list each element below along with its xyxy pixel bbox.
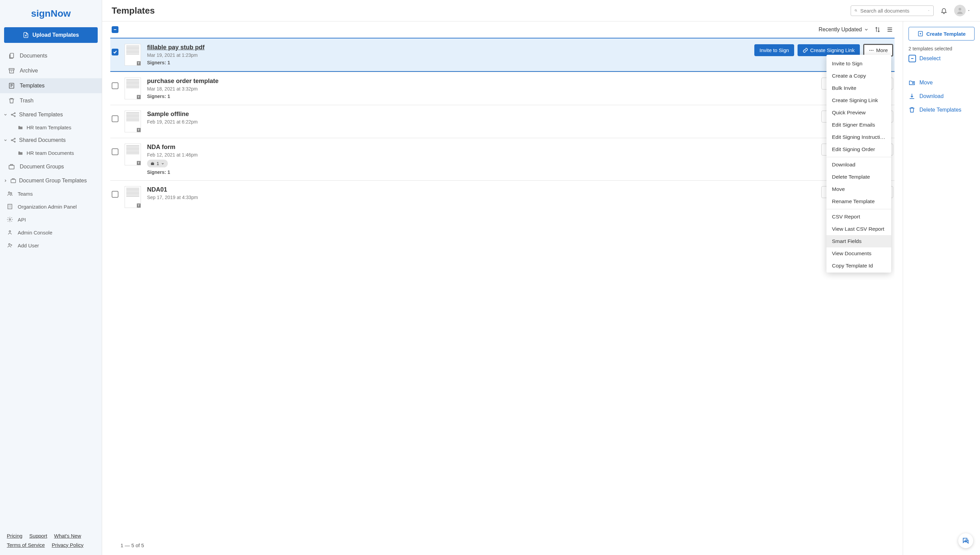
menu-item[interactable]: Rename Template <box>826 195 891 208</box>
footer-whats-new[interactable]: What's New <box>54 531 81 541</box>
document-title[interactable]: fillable pay stub pdf <box>147 44 748 51</box>
search-box[interactable] <box>851 5 934 16</box>
document-title[interactable]: NDA01 <box>147 186 815 193</box>
document-group-badge[interactable]: 1 <box>147 160 168 167</box>
more-dropdown-menu: OpenInvite to SignCreate a CopyBulk Invi… <box>826 55 891 273</box>
chat-fab[interactable] <box>958 533 973 548</box>
row-checkbox[interactable] <box>112 148 119 155</box>
svg-rect-10 <box>11 179 16 183</box>
sidebar-item-trash[interactable]: Trash <box>0 93 102 108</box>
menu-item[interactable]: View Last CSV Report <box>826 223 891 235</box>
action-label: Move <box>919 80 933 86</box>
svg-point-19 <box>869 50 871 51</box>
templates-icon <box>8 82 15 89</box>
menu-item[interactable]: Open <box>826 55 891 58</box>
row-checkbox[interactable] <box>112 82 119 89</box>
menu-item[interactable]: Download <box>826 159 891 171</box>
menu-item[interactable]: Smart Fields <box>826 235 891 247</box>
menu-item[interactable]: Salesforce Annotatio… <box>826 272 891 273</box>
sidebar-item-archive[interactable]: Archive <box>0 63 102 78</box>
footer-tos[interactable]: Terms of Service <box>7 541 45 550</box>
document-row[interactable]: TNDA01Sep 17, 2019 at 4:33pmInvite to Si… <box>110 180 895 213</box>
document-title[interactable]: purchase order template <box>147 78 815 85</box>
document-row[interactable]: TSample offlineFeb 19, 2021 at 6:22pmInv… <box>110 105 895 138</box>
top-header: Templates <box>102 0 980 21</box>
document-thumbnail: T <box>125 144 141 165</box>
sidebar-item-add-user[interactable]: Add User <box>0 239 102 252</box>
sort-dropdown[interactable]: Recently Updated <box>819 27 869 33</box>
sort-direction-icon[interactable] <box>874 26 881 33</box>
menu-item[interactable]: Create Signing Link <box>826 94 891 106</box>
sidebar-item-api[interactable]: API <box>0 213 102 226</box>
upload-templates-button[interactable]: Upload Templates <box>4 27 98 43</box>
bulk-delete-button[interactable]: Delete Templates <box>909 103 975 117</box>
sidebar-group-shared-documents[interactable]: Shared Documents <box>0 134 102 147</box>
menu-item[interactable]: Delete Template <box>826 171 891 183</box>
nav-label: Documents <box>20 53 47 59</box>
admin-label: Teams <box>18 191 33 197</box>
menu-item[interactable]: Quick Preview <box>826 106 891 119</box>
invite-to-sign-button[interactable]: Invite to Sign <box>754 44 794 56</box>
sidebar-group-shared-templates[interactable]: Shared Templates <box>0 108 102 121</box>
sidebar-item-templates[interactable]: Templates <box>0 78 102 93</box>
selected-count: 2 templates selected <box>909 46 975 51</box>
svg-point-6 <box>11 140 12 141</box>
footer-privacy[interactable]: Privacy Policy <box>52 541 84 550</box>
footer-pricing[interactable]: Pricing <box>7 531 22 541</box>
svg-point-4 <box>14 112 15 114</box>
menu-item[interactable]: Edit Signing Instructi… <box>826 131 891 143</box>
nav-label: Document Groups <box>20 164 64 170</box>
view-toggle-icon[interactable] <box>887 26 893 33</box>
sidebar-item-hr-templates[interactable]: HR team Templates <box>0 121 102 134</box>
document-date: Sep 17, 2019 at 4:33pm <box>147 195 815 200</box>
notifications-icon[interactable] <box>940 7 947 14</box>
action-label: Download <box>919 93 943 99</box>
create-template-button[interactable]: Create Template <box>909 27 975 40</box>
document-row[interactable]: Tpurchase order templateMar 18, 2021 at … <box>110 72 895 105</box>
document-row[interactable]: TNDA formFeb 12, 2021 at 1:46pm1Signers:… <box>110 138 895 180</box>
sidebar-item-org-admin[interactable]: Organization Admin Panel <box>0 200 102 213</box>
row-checkbox[interactable] <box>112 49 119 56</box>
sidebar-item-admin-console[interactable]: Admin Console <box>0 226 102 239</box>
chevron-down-icon <box>864 27 869 32</box>
row-checkbox[interactable] <box>112 115 119 122</box>
nav-label: Archive <box>20 68 38 74</box>
move-icon <box>909 79 915 86</box>
document-title[interactable]: Sample offline <box>147 111 815 118</box>
sidebar-item-document-groups[interactable]: Document Groups <box>0 159 102 174</box>
sidebar-item-teams[interactable]: Teams <box>0 187 102 200</box>
document-row[interactable]: Tfillable pay stub pdfMar 19, 2021 at 1:… <box>110 38 895 72</box>
menu-divider <box>826 209 891 209</box>
sidebar-item-documents[interactable]: Documents <box>0 48 102 63</box>
sidebar-item-hr-documents[interactable]: HR team Documents <box>0 147 102 159</box>
bulk-download-button[interactable]: Download <box>909 90 975 103</box>
avatar <box>954 5 966 16</box>
footer-support[interactable]: Support <box>29 531 47 541</box>
chevron-down-icon[interactable] <box>928 8 930 13</box>
sidebar-item-document-group-templates[interactable]: Document Group Templates <box>0 174 102 187</box>
chevron-right-icon <box>3 179 8 183</box>
search-input[interactable] <box>860 8 925 14</box>
menu-item[interactable]: CSV Report <box>826 211 891 223</box>
menu-item[interactable]: Edit Signer Emails <box>826 119 891 131</box>
list-header: Recently Updated <box>110 21 895 38</box>
document-date: Feb 19, 2021 at 6:22pm <box>147 119 815 125</box>
user-menu[interactable] <box>954 5 970 16</box>
row-checkbox[interactable] <box>112 191 119 198</box>
upload-label: Upload Templates <box>32 32 79 38</box>
document-title[interactable]: NDA form <box>147 144 815 151</box>
svg-rect-1 <box>9 68 14 70</box>
menu-item[interactable]: Edit Signing Order <box>826 143 891 156</box>
menu-item[interactable]: Create a Copy <box>826 70 891 82</box>
deselect-button[interactable]: Deselect <box>909 55 975 62</box>
menu-item[interactable]: View Documents <box>826 247 891 260</box>
bulk-move-button[interactable]: Move <box>909 76 975 90</box>
create-signing-link-button[interactable]: Create Signing Link <box>798 44 860 56</box>
menu-item[interactable]: Bulk Invite <box>826 82 891 94</box>
page-title: Templates <box>112 5 844 16</box>
menu-item[interactable]: Move <box>826 183 891 195</box>
menu-item[interactable]: Copy Template Id <box>826 260 891 272</box>
select-all-checkbox[interactable] <box>112 26 119 33</box>
menu-item[interactable]: Invite to Sign <box>826 58 891 70</box>
sidebar: signNow Upload Templates Documents Archi… <box>0 0 102 555</box>
